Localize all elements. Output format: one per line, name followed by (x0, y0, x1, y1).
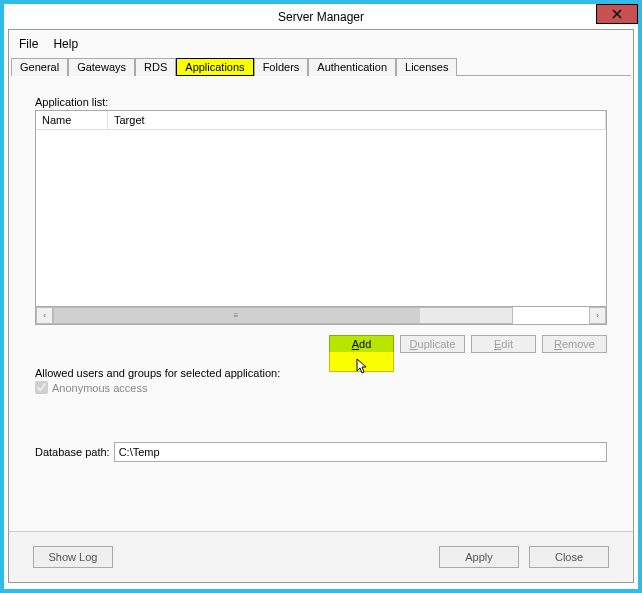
application-list: Name Target ‹ ≡ › (35, 110, 607, 325)
titlebar: Server Manager (4, 4, 638, 29)
edit-button[interactable]: Edit (471, 335, 536, 353)
add-button-label: dd (359, 338, 371, 350)
tab-authentication[interactable]: Authentication (308, 58, 396, 76)
footer: Show Log Apply Close (9, 531, 633, 582)
anonymous-label: Anonymous access (52, 382, 147, 394)
close-button[interactable]: Close (529, 546, 609, 568)
database-path-input[interactable] (114, 442, 607, 462)
anonymous-checkbox (35, 381, 48, 394)
tab-folders[interactable]: Folders (254, 58, 309, 76)
allowed-label: Allowed users and groups for selected ap… (35, 367, 607, 379)
list-header: Name Target (36, 111, 606, 130)
scroll-spacer (513, 307, 589, 324)
tabstrip: General Gateways RDS Applications Folder… (11, 57, 631, 76)
tab-licenses[interactable]: Licenses (396, 58, 457, 76)
menu-file[interactable]: File (13, 35, 44, 53)
show-log-button[interactable]: Show Log (33, 546, 113, 568)
tab-rds[interactable]: RDS (135, 58, 176, 76)
tab-applications[interactable]: Applications (176, 58, 253, 76)
scroll-right-icon[interactable]: › (589, 307, 606, 324)
duplicate-button[interactable]: Duplicate (400, 335, 465, 353)
tab-general[interactable]: General (11, 58, 68, 76)
column-name[interactable]: Name (36, 111, 108, 129)
app-list-label: Application list: (35, 96, 607, 108)
list-body[interactable] (36, 130, 606, 306)
scroll-thumb[interactable]: ≡ (54, 308, 420, 323)
close-icon[interactable] (596, 4, 638, 24)
tab-gateways[interactable]: Gateways (68, 58, 135, 76)
menubar: File Help (9, 33, 633, 55)
window-title: Server Manager (278, 10, 364, 24)
scroll-left-icon[interactable]: ‹ (36, 307, 53, 324)
column-target[interactable]: Target (108, 111, 606, 129)
database-path-label: Database path: (35, 446, 110, 458)
remove-button[interactable]: Remove (542, 335, 607, 353)
apply-button[interactable]: Apply (439, 546, 519, 568)
add-button[interactable]: Add (329, 335, 394, 353)
scroll-track[interactable]: ≡ (53, 307, 513, 324)
menu-help[interactable]: Help (47, 35, 84, 53)
horizontal-scrollbar[interactable]: ‹ ≡ › (36, 306, 606, 324)
